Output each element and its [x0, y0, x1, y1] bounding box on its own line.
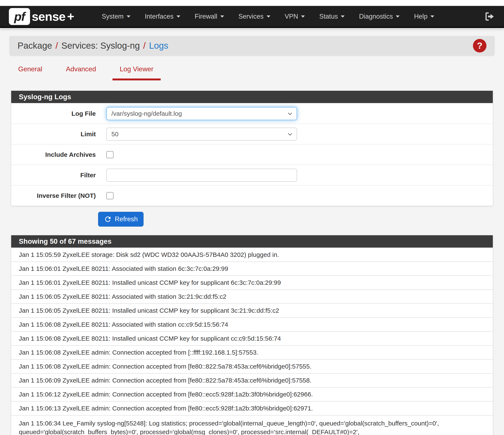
- tab-bar: General Advanced Log Viewer: [11, 65, 493, 80]
- menu-interfaces-label: Interfaces: [145, 13, 174, 20]
- form-row-log-file: Log File /var/syslog-ng/default.log: [11, 103, 493, 124]
- breadcrumb-active[interactable]: Logs: [149, 41, 168, 51]
- top-strip: [0, 0, 504, 6]
- menu-diagnostics-label: Diagnostics: [359, 13, 393, 20]
- chevron-down-icon: [301, 15, 305, 18]
- menu-services-label: Services: [238, 13, 264, 20]
- help-button[interactable]: ?: [473, 39, 486, 53]
- log-row: Jan 1 15:06:08 ZyxelLEE admin: Connectio…: [11, 359, 493, 373]
- filter-input[interactable]: [106, 169, 297, 182]
- pfsense-logo[interactable]: pf sense +: [9, 8, 74, 25]
- log-row: Jan 1 15:06:08 ZyxelLEE admin: Connectio…: [11, 345, 493, 359]
- pfsense-logo-badge: pf: [9, 8, 30, 25]
- log-row: Jan 1 15:06:12 ZyxelLEE admin: Connectio…: [11, 387, 493, 401]
- include-archives-label: Include Archives: [11, 151, 96, 158]
- inverse-filter-label: Inverse Filter (NOT): [11, 192, 96, 199]
- limit-select[interactable]: 50: [106, 128, 297, 141]
- chevron-down-icon: [220, 15, 224, 18]
- pfsense-logo-text: sense: [32, 9, 65, 23]
- log-file-select[interactable]: /var/syslog-ng/default.log: [106, 107, 297, 120]
- form-row-limit: Limit 50: [11, 124, 493, 144]
- refresh-button[interactable]: Refresh: [98, 212, 144, 227]
- question-mark-icon: ?: [477, 41, 482, 51]
- log-row: Jan 1 15:06:34 Lee_Family syslog-ng[5524…: [11, 415, 493, 435]
- logout-button[interactable]: [484, 11, 495, 22]
- chevron-down-icon: [127, 15, 130, 18]
- breadcrumb: Package / Services: Syslog-ng / Logs ?: [9, 36, 495, 56]
- menu-status[interactable]: Status: [312, 6, 352, 28]
- log-row: Jan 1 15:06:05 ZyxelLEE 80211: Installed…: [11, 303, 493, 317]
- menu-help[interactable]: Help: [407, 6, 441, 28]
- inverse-filter-checkbox[interactable]: [106, 192, 114, 199]
- syslog-logs-panel: Syslog-ng Logs Log File /var/syslog-ng/d…: [11, 91, 493, 206]
- include-archives-checkbox[interactable]: [106, 151, 114, 158]
- refresh-button-label: Refresh: [115, 215, 138, 223]
- refresh-row: Refresh: [11, 212, 493, 227]
- menu-system-label: System: [102, 13, 124, 20]
- form-row-filter: Filter: [11, 165, 493, 185]
- chevron-down-icon: [396, 15, 400, 18]
- log-panel-title: Showing 50 of 67 messages: [11, 235, 493, 248]
- tab-general[interactable]: General: [11, 65, 49, 80]
- log-row: Jan 1 15:06:01 ZyxelLEE 80211: Installed…: [11, 276, 493, 289]
- panel-title: Syslog-ng Logs: [11, 91, 493, 103]
- menu-status-label: Status: [319, 13, 338, 20]
- log-row: Jan 1 15:06:01 ZyxelLEE 80211: Associate…: [11, 261, 493, 276]
- chevron-down-icon: [267, 15, 270, 18]
- filter-label: Filter: [11, 172, 96, 179]
- log-row: Jan 1 15:06:08 ZyxelLEE 80211: Associate…: [11, 317, 493, 331]
- menu-vpn[interactable]: VPN: [278, 6, 312, 28]
- pfsense-plus-glyph: +: [67, 9, 74, 23]
- menu-diagnostics[interactable]: Diagnostics: [352, 6, 407, 28]
- sign-out-icon: [484, 11, 495, 22]
- chevron-down-icon: [341, 15, 345, 18]
- log-row: Jan 1 15:06:13 ZyxelLEE admin: Connectio…: [11, 401, 493, 415]
- breadcrumb-page: Services: Syslog-ng: [61, 41, 140, 51]
- top-navbar: pf sense + System Interfaces Firewall Se…: [0, 6, 504, 28]
- menu-services[interactable]: Services: [231, 6, 278, 28]
- tab-advanced[interactable]: Advanced: [59, 65, 103, 80]
- tab-log-viewer[interactable]: Log Viewer: [112, 65, 161, 80]
- limit-label: Limit: [11, 130, 96, 138]
- form-row-inverse-filter: Inverse Filter (NOT): [11, 185, 493, 206]
- menu-vpn-label: VPN: [285, 13, 298, 20]
- menu-firewall-label: Firewall: [195, 13, 217, 20]
- log-row: Jan 1 15:06:05 ZyxelLEE 80211: Associate…: [11, 289, 493, 303]
- form-row-include-archives: Include Archives: [11, 144, 493, 165]
- log-messages-panel: Showing 50 of 67 messages Jan 1 15:05:59…: [11, 235, 493, 435]
- menu-interfaces[interactable]: Interfaces: [138, 6, 188, 28]
- log-row: Jan 1 15:05:59 ZyxelLEE storage: Disk sd…: [11, 248, 493, 261]
- chevron-down-icon: [177, 15, 180, 18]
- menu-system[interactable]: System: [94, 6, 137, 28]
- log-row: Jan 1 15:06:09 ZyxelLEE admin: Connectio…: [11, 373, 493, 387]
- breadcrumb-separator: /: [143, 41, 146, 51]
- log-row: Jan 1 15:06:08 ZyxelLEE 80211: Installed…: [11, 331, 493, 345]
- menu-help-label: Help: [414, 13, 427, 20]
- breadcrumb-separator: /: [55, 41, 58, 51]
- main-menu: System Interfaces Firewall Services VPN …: [94, 6, 441, 28]
- refresh-icon: [104, 215, 112, 223]
- breadcrumb-section: Package: [18, 41, 52, 51]
- log-file-label: Log File: [11, 110, 96, 117]
- menu-firewall[interactable]: Firewall: [188, 6, 231, 28]
- chevron-down-icon: [431, 15, 434, 18]
